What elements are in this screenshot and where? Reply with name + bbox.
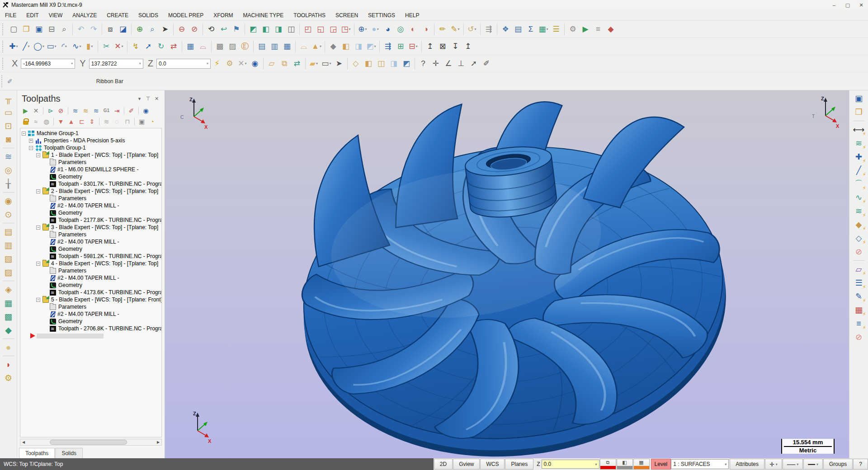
dropdown-arrow-icon[interactable]: ▾: [320, 44, 321, 48]
grid-settings-button[interactable]: ▦▾: [537, 23, 550, 36]
view-named-button[interactable]: ⚑: [230, 23, 243, 36]
export-top-button[interactable]: ↥: [462, 40, 474, 53]
quick-disabled-2-button[interactable]: ⊘: [852, 331, 866, 343]
toolbar-grip[interactable]: [2, 41, 5, 52]
dropdown-arrow-icon[interactable]: ▾: [475, 27, 476, 31]
impeller-model[interactable]: [165, 90, 849, 458]
surface-rough-area-button[interactable]: ▥: [2, 239, 15, 252]
xform-quick-button[interactable]: ↯: [129, 40, 142, 53]
dropdown-arrow-icon[interactable]: ▾: [16, 44, 18, 48]
select-cube-right-button[interactable]: ◨: [387, 57, 400, 70]
dropdown-arrow-icon[interactable]: ▾: [349, 27, 351, 31]
spline-quick-button[interactable]: ∿⚡: [852, 191, 866, 204]
dropdown-arrow-icon[interactable]: ▾: [374, 44, 376, 48]
line-width-button[interactable]: ━━▾: [803, 459, 823, 470]
tree-row[interactable]: −2 - Blade Expert - [WCS: Top] - [Tplane…: [20, 188, 161, 195]
tree-row[interactable]: Parameters: [20, 267, 161, 274]
unselect-toolpath-ops-button[interactable]: ⊘: [56, 106, 66, 115]
config-list-button[interactable]: ☰: [550, 23, 562, 36]
tree-row[interactable]: −4 - Blade Expert - [WCS: Top] - [Tplane…: [20, 260, 161, 267]
front-view-button[interactable]: ◱: [314, 23, 327, 36]
collapse-box-icon[interactable]: −: [22, 132, 26, 136]
isometric-view-button[interactable]: ◩: [247, 23, 259, 36]
collapse-box-icon[interactable]: −: [36, 298, 40, 302]
add-entities-button[interactable]: ⊞: [394, 40, 407, 53]
regen-all-operations-button[interactable]: ≋: [71, 106, 80, 115]
sketch-pen-button[interactable]: ✐: [480, 57, 493, 70]
machine-definition-button[interactable]: ⚙: [566, 23, 579, 36]
x-coordinate-field[interactable]: -164.99963▾: [21, 59, 75, 69]
dropdown-arrow-icon[interactable]: ▾: [725, 462, 726, 466]
line-quick-button[interactable]: ╱⚡: [852, 164, 866, 177]
scrollbar-track[interactable]: [27, 439, 155, 445]
new-file-button[interactable]: ▢: [7, 23, 20, 36]
dynamic-rotate-button[interactable]: ⟲: [205, 23, 217, 36]
import-down-button[interactable]: ↧: [449, 40, 462, 53]
graphics-viewport[interactable]: 15.554 mm Metric ZXCZXTZX: [165, 90, 849, 458]
maximize-button[interactable]: ▢: [841, 0, 854, 9]
simulation-options-button[interactable]: ◔: [147, 117, 157, 126]
select-toolpath-cursor-button[interactable]: ≋: [102, 117, 111, 126]
machine-simulation-button[interactable]: ▣: [137, 117, 146, 126]
right-view-button[interactable]: ◲: [327, 23, 340, 36]
print-preview-button[interactable]: ⌕: [58, 23, 71, 36]
face-mill-button[interactable]: ▭: [2, 106, 15, 119]
analyze-position-button[interactable]: ⇶: [482, 23, 495, 36]
delete-entities-button[interactable]: ✕▾: [236, 57, 249, 70]
toolpath-display-button[interactable]: ≈: [31, 117, 41, 126]
collapse-box-icon[interactable]: −: [36, 226, 40, 230]
tree-row[interactable]: −5 - Blade Expert - [WCS: Top] - [Tplane…: [20, 296, 161, 303]
surface-quick-button[interactable]: ≋⚡: [852, 137, 866, 150]
tree-row[interactable]: Toolpath - 2706.8K - TURBINE.NC - Progra…: [20, 325, 161, 332]
tree-row[interactable]: Toolpath - 5981.2K - TURBINE.NC - Progra…: [20, 253, 161, 260]
zigzag-rough-button[interactable]: ≋: [2, 150, 15, 163]
material-stock-button[interactable]: ◆: [604, 23, 617, 36]
help-cursor-button[interactable]: ?: [417, 57, 429, 70]
move-up-button[interactable]: ▲: [66, 117, 76, 126]
zoom-window-button[interactable]: ⊕: [133, 23, 146, 36]
snap-origin-button[interactable]: ✛: [429, 57, 442, 70]
zoom-selected-button[interactable]: ➤: [159, 23, 171, 36]
surfaces-quick-button[interactable]: ≋⚡: [852, 205, 866, 217]
front-iso-view-button[interactable]: ◧: [259, 23, 272, 36]
dropdown-arrow-icon[interactable]: ▾: [71, 61, 73, 66]
minimize-button[interactable]: –: [827, 0, 841, 9]
menu-edit[interactable]: EDIT: [21, 10, 43, 20]
unzoom-80-percent-button[interactable]: ⊘: [188, 23, 201, 36]
create-rectangle-button[interactable]: ▭▾: [45, 40, 58, 53]
snap-perpendicular-button[interactable]: ⊥: [455, 57, 467, 70]
cplane-sphere-button[interactable]: ●▾: [369, 23, 382, 36]
panel-menu-icon[interactable]: ▾: [135, 96, 144, 102]
select-cube-all-button[interactable]: ◫: [375, 57, 387, 70]
xform-translate-button[interactable]: ➚: [142, 40, 155, 53]
tree-row[interactable]: Geometry: [20, 173, 161, 180]
autocursor-config-button[interactable]: ⚙: [223, 57, 236, 70]
shade-off-button[interactable]: ◑: [420, 23, 432, 36]
pencil-edit-button[interactable]: ✏: [436, 23, 449, 36]
export-up-button[interactable]: ↥: [424, 40, 436, 53]
view-previous-button[interactable]: ↩: [217, 23, 230, 36]
colors-quick-button[interactable]: ▦⚡: [852, 304, 866, 316]
status-help-button[interactable]: ?: [853, 459, 868, 470]
select-cursor-button[interactable]: ➤: [333, 57, 345, 70]
level-value[interactable]: 1 : SURFACES▾: [671, 459, 729, 469]
clipboard-color-button[interactable]: ⧉: [600, 459, 616, 470]
tree-row[interactable]: −3 - Blade Expert - [WCS: Top] - [Tplane…: [20, 224, 161, 231]
redo-button[interactable]: ↷: [87, 23, 100, 36]
drill-cycle-button[interactable]: ╁: [2, 177, 15, 190]
select-solid-rect-button[interactable]: ▰▾: [307, 57, 320, 70]
tree-row[interactable]: Parameters: [20, 303, 161, 310]
dropdown-arrow-icon[interactable]: ▾: [65, 44, 67, 48]
dropdown-arrow-icon[interactable]: ▾: [416, 44, 418, 48]
surface-color-button[interactable]: ▦: [633, 459, 650, 470]
trim-entities-button[interactable]: ✂: [100, 40, 113, 53]
dropdown-arrow-icon[interactable]: ▾: [595, 462, 597, 466]
dropdown-arrow-icon[interactable]: ▾: [28, 44, 30, 48]
dropdown-arrow-icon[interactable]: ▾: [42, 44, 44, 48]
dropdown-arrow-icon[interactable]: ▾: [547, 27, 548, 31]
backplot-button[interactable]: ⇥: [112, 106, 122, 115]
stretch-entities-button[interactable]: ⌓: [197, 40, 209, 53]
run-addin-button[interactable]: ❖: [499, 23, 512, 36]
dropdown-arrow-icon[interactable]: ▾: [316, 61, 318, 66]
top-view-button[interactable]: ◰: [302, 23, 314, 36]
